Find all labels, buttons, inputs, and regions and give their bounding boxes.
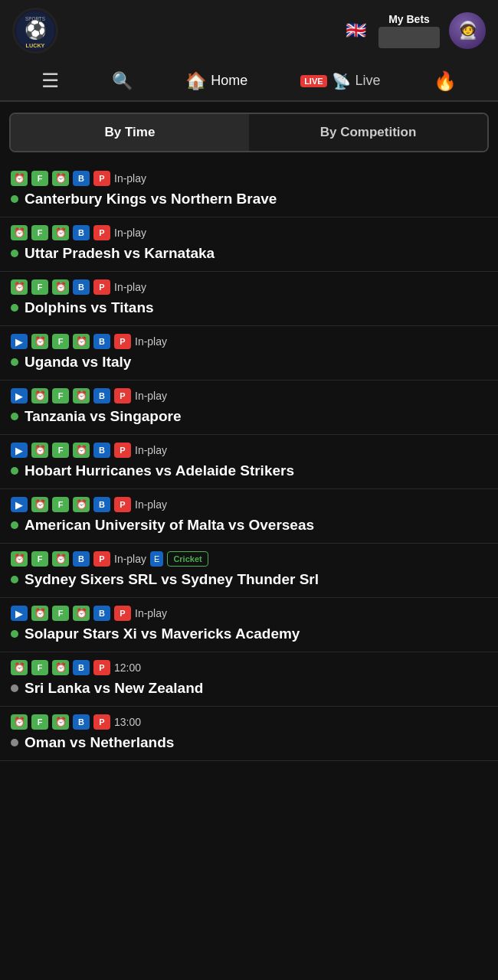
live-dot [11, 250, 18, 257]
offline-dot [11, 739, 18, 746]
match-name: Canterbury Kings vs Northern Brave [11, 191, 487, 207]
b-badge: B [93, 497, 110, 512]
match-name: American University of Malta vs Overseas [11, 517, 487, 534]
navigation: ☰ 🔍 🏠 Home LIVE 📡 Live 🔥 [0, 61, 498, 102]
match-item[interactable]: ▶⏰F⏰BPIn-playUganda vs Italy [0, 326, 498, 381]
match-badges: ⏰F⏰BPIn-play [11, 279, 487, 295]
home-label: Home [211, 73, 247, 89]
home-icon: 🏠 [185, 71, 206, 91]
match-item[interactable]: ⏰F⏰BPIn-playDolphins vs Titans [0, 272, 498, 326]
clock-badge: ⏰ [11, 551, 28, 567]
clock-badge: ⏰ [52, 171, 69, 186]
clock-badge: ⏰ [11, 660, 28, 675]
play-badge: ▶ [11, 606, 28, 621]
p-badge: P [93, 225, 110, 240]
my-bets-box[interactable] [378, 27, 440, 48]
p-badge: P [93, 279, 110, 295]
time-status: 12:00 [114, 662, 141, 674]
f-badge: F [52, 497, 69, 512]
live-dot [11, 195, 18, 203]
hamburger-menu[interactable]: ☰ [41, 69, 59, 93]
match-badges: ⏰F⏰BP12:00 [11, 660, 487, 675]
live-label: Live [355, 73, 381, 89]
match-badges: ⏰F⏰BPIn-playECricket [11, 551, 487, 567]
clock-badge: ⏰ [31, 606, 48, 621]
f-badge: F [52, 443, 69, 458]
search-icon: 🔍 [112, 71, 133, 91]
by-competition-button[interactable]: By Competition [249, 114, 487, 151]
live-dot [11, 467, 18, 475]
match-name: Sri Lanka vs New Zealand [11, 680, 487, 697]
svg-text:LUCKY: LUCKY [26, 42, 45, 49]
match-item[interactable]: ⏰F⏰BP13:00Oman vs Netherlands [0, 707, 498, 761]
inplay-status: In-play [135, 390, 167, 402]
inplay-status: In-play [114, 227, 146, 239]
f-badge: F [31, 551, 48, 567]
match-badges: ▶⏰F⏰BPIn-play [11, 388, 487, 403]
e-badge: E [150, 551, 163, 567]
match-item[interactable]: ⏰F⏰BP12:00Sri Lanka vs New Zealand [0, 652, 498, 707]
header-right: 🇬🇧 My Bets 🧑‍🚀 [342, 12, 486, 49]
match-title: Sydney Sixers SRL vs Sydney Thunder Srl [25, 571, 319, 588]
match-title: Sri Lanka vs New Zealand [25, 680, 203, 697]
play-badge: ▶ [11, 334, 28, 349]
featured-nav-item[interactable]: 🔥 [434, 70, 457, 92]
clock-badge: ⏰ [52, 551, 69, 567]
svg-text:⚽: ⚽ [25, 19, 48, 41]
p-badge: P [114, 497, 131, 512]
p-badge: P [93, 551, 110, 567]
logo[interactable]: ⚽ LUCKY SPORTS [12, 8, 58, 54]
match-badges: ▶⏰F⏰BPIn-play [11, 443, 487, 458]
clock-badge: ⏰ [31, 388, 48, 403]
match-item[interactable]: ▶⏰F⏰BPIn-playHobart Hurricanes vs Adelai… [0, 435, 498, 489]
b-badge: B [93, 334, 110, 349]
match-title: Uganda vs Italy [25, 354, 131, 371]
match-badges: ▶⏰F⏰BPIn-play [11, 497, 487, 512]
search-nav-item[interactable]: 🔍 [112, 71, 133, 91]
match-item[interactable]: ⏰F⏰BPIn-playUttar Pradesh vs Karnataka [0, 217, 498, 272]
clock-badge: ⏰ [52, 714, 69, 730]
b-badge: B [73, 714, 90, 730]
live-dot [11, 576, 18, 583]
f-badge: F [31, 279, 48, 295]
p-badge: P [114, 443, 131, 458]
match-name: Hobart Hurricanes vs Adelaide Strikers [11, 462, 487, 479]
clock-badge: ⏰ [73, 388, 90, 403]
clock-badge: ⏰ [73, 334, 90, 349]
fire-icon: 🔥 [434, 70, 457, 92]
match-item[interactable]: ⏰F⏰BPIn-playECricketSydney Sixers SRL vs… [0, 544, 498, 598]
clock-badge: ⏰ [52, 279, 69, 295]
live-signal-icon: 📡 [332, 72, 351, 90]
avatar[interactable]: 🧑‍🚀 [449, 12, 486, 49]
match-item[interactable]: ▶⏰F⏰BPIn-playAmerican University of Malt… [0, 489, 498, 544]
match-name: Oman vs Netherlands [11, 734, 487, 751]
live-dot [11, 413, 18, 420]
inplay-status: In-play [135, 444, 167, 456]
clock-badge: ⏰ [52, 225, 69, 240]
live-nav-item[interactable]: LIVE 📡 Live [300, 72, 380, 90]
flag-icon[interactable]: 🇬🇧 [342, 17, 369, 44]
f-badge: F [31, 171, 48, 186]
live-dot [11, 304, 18, 312]
match-item[interactable]: ▶⏰F⏰BPIn-playTanzania vs Singapore [0, 381, 498, 435]
b-badge: B [73, 279, 90, 295]
play-badge: ▶ [11, 388, 28, 403]
match-badges: ▶⏰F⏰BPIn-play [11, 606, 487, 621]
match-title: Hobart Hurricanes vs Adelaide Strikers [25, 462, 294, 479]
svg-text:SPORTS: SPORTS [25, 16, 45, 21]
b-badge: B [73, 225, 90, 240]
home-nav-item[interactable]: 🏠 Home [185, 71, 247, 91]
by-time-button[interactable]: By Time [11, 114, 249, 151]
match-title: Solapur Stars Xi vs Mavericks Academy [25, 626, 300, 642]
clock-badge: ⏰ [73, 606, 90, 621]
inplay-status: In-play [135, 498, 167, 511]
my-bets-label: My Bets [388, 13, 430, 25]
live-dot [11, 358, 18, 366]
match-badges: ▶⏰F⏰BPIn-play [11, 334, 487, 349]
clock-badge: ⏰ [31, 334, 48, 349]
match-item[interactable]: ▶⏰F⏰BPIn-playSolapur Stars Xi vs Maveric… [0, 598, 498, 652]
match-item[interactable]: ⏰F⏰BPIn-playCanterbury Kings vs Northern… [0, 163, 498, 217]
b-badge: B [93, 606, 110, 621]
b-badge: B [73, 551, 90, 567]
match-title: Dolphins vs Titans [25, 299, 154, 316]
